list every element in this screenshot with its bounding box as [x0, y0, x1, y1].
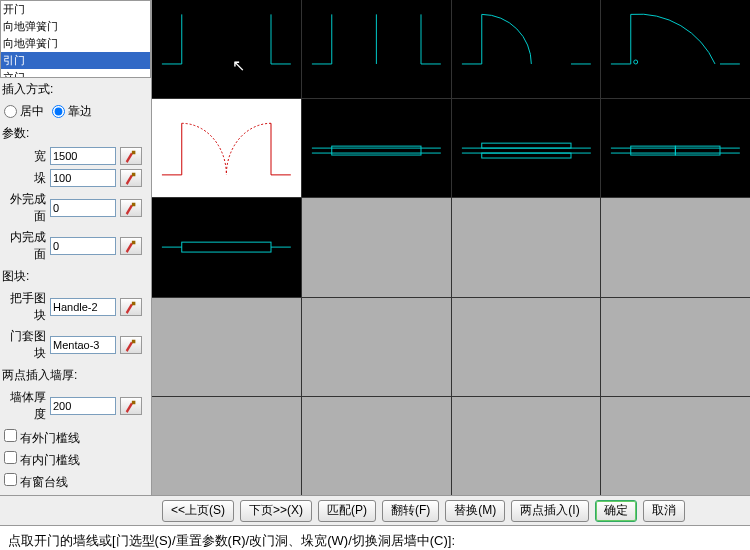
picker-button[interactable]: [120, 237, 142, 255]
mentao-block-input[interactable]: [50, 336, 116, 354]
svg-rect-1: [132, 173, 136, 177]
thumbnail-cell[interactable]: [302, 0, 451, 98]
svg-rect-5: [132, 340, 136, 344]
radio-center[interactable]: 居中: [4, 103, 44, 120]
check-inner-sill[interactable]: 有内门槛线: [4, 449, 147, 471]
check-outer-sill[interactable]: 有外门槛线: [4, 427, 147, 449]
picker-button[interactable]: [120, 147, 142, 165]
checkbox-group: 有外门槛线 有内门槛线 有窗台线: [0, 425, 151, 495]
thumbnail-cell[interactable]: [601, 99, 750, 197]
thumbnail-cell-empty[interactable]: [452, 298, 601, 396]
svg-rect-0: [132, 151, 136, 155]
replace-button[interactable]: 替换(M): [445, 500, 505, 522]
tree-item-selected[interactable]: 引门: [1, 52, 150, 69]
thumbnail-cell-empty[interactable]: [452, 397, 601, 495]
mentao-block-label: 门套图块: [4, 328, 46, 362]
svg-rect-36: [631, 146, 676, 155]
svg-rect-32: [481, 143, 570, 148]
svg-rect-29: [332, 146, 421, 155]
wall-insert-label: 两点插入墙厚:: [0, 364, 151, 387]
thumbnail-cell[interactable]: [601, 0, 750, 98]
two-point-insert-button[interactable]: 两点插入(I): [511, 500, 588, 522]
svg-rect-37: [676, 146, 721, 155]
handle-block-label: 把手图块: [4, 290, 46, 324]
params-label: 参数:: [0, 122, 151, 145]
duo-input[interactable]: [50, 169, 116, 187]
finish-in-label: 内完成面: [4, 229, 46, 263]
thumbnail-cell-empty[interactable]: [601, 198, 750, 296]
picker-button[interactable]: [120, 169, 142, 187]
blocks-label: 图块:: [0, 265, 151, 288]
command-area: 点取开门的墙线或[门选型(S)/重置参数(R)/改门洞、垛宽(W)/切换洞居墙中…: [0, 525, 750, 550]
door-type-tree[interactable]: 开门 向地弹簧门 向地弹簧门 引门 立门 推门 套门洞: [0, 0, 151, 78]
tree-item[interactable]: 向地弹簧门: [1, 18, 150, 35]
wall-thickness-label: 墙体厚度: [4, 389, 46, 423]
finish-in-input[interactable]: [50, 237, 116, 255]
command-prompt: 点取开门的墙线或[门选型(S)/重置参数(R)/改门洞、垛宽(W)/切换洞居墙中…: [8, 530, 742, 550]
cancel-button[interactable]: 取消: [643, 500, 685, 522]
svg-rect-2: [132, 203, 136, 207]
thumbnail-cell-empty[interactable]: [152, 397, 301, 495]
properties-panel: 开门 向地弹簧门 向地弹簧门 引门 立门 推门 套门洞 插入方式: 居中 靠边 …: [0, 0, 152, 495]
thumbnail-cell[interactable]: ↖: [152, 0, 301, 98]
thumbnail-cell[interactable]: [452, 99, 601, 197]
thumbnail-cell-empty[interactable]: [152, 298, 301, 396]
tree-item[interactable]: 立门: [1, 69, 150, 78]
svg-rect-40: [182, 243, 271, 253]
svg-rect-4: [132, 302, 136, 306]
thumbnail-cell[interactable]: [452, 0, 601, 98]
insert-mode-radios: 居中 靠边: [0, 101, 151, 122]
picker-button[interactable]: [120, 336, 142, 354]
thumbnail-cell[interactable]: [152, 198, 301, 296]
finish-out-label: 外完成面: [4, 191, 46, 225]
thumbnail-cell-empty[interactable]: [601, 397, 750, 495]
thumbnail-cell-selected[interactable]: [152, 99, 301, 197]
thumbnail-cell-empty[interactable]: [302, 198, 451, 296]
prev-page-button[interactable]: <<上页(S): [162, 500, 234, 522]
width-input[interactable]: [50, 147, 116, 165]
tree-item[interactable]: 向地弹簧门: [1, 35, 150, 52]
picker-button[interactable]: [120, 298, 142, 316]
insert-mode-label: 插入方式:: [0, 78, 151, 101]
duo-label: 垛: [4, 170, 46, 187]
handle-block-input[interactable]: [50, 298, 116, 316]
thumbnail-cell-empty[interactable]: [302, 397, 451, 495]
svg-point-22: [634, 60, 638, 64]
finish-out-input[interactable]: [50, 199, 116, 217]
flip-button[interactable]: 翻转(F): [382, 500, 439, 522]
width-label: 宽: [4, 148, 46, 165]
preview-panel: ↖: [152, 0, 750, 495]
radio-edge[interactable]: 靠边: [52, 103, 92, 120]
picker-button[interactable]: [120, 199, 142, 217]
thumbnail-cell-empty[interactable]: [452, 198, 601, 296]
wall-thickness-input[interactable]: [50, 397, 116, 415]
picker-button[interactable]: [120, 397, 142, 415]
tree-item[interactable]: 开门: [1, 1, 150, 18]
ok-button[interactable]: 确定: [595, 500, 637, 522]
thumbnail-cell-empty[interactable]: [302, 298, 451, 396]
check-window-sill[interactable]: 有窗台线: [4, 471, 147, 493]
thumbnail-cell-empty[interactable]: [601, 298, 750, 396]
next-page-button[interactable]: 下页>>(X): [240, 500, 312, 522]
door-thumbnail-grid: ↖: [152, 0, 750, 495]
thumbnail-cell[interactable]: [302, 99, 451, 197]
svg-rect-33: [481, 153, 570, 158]
svg-rect-3: [132, 241, 136, 245]
svg-rect-6: [132, 401, 136, 405]
match-button[interactable]: 匹配(P): [318, 500, 376, 522]
button-bar: <<上页(S) 下页>>(X) 匹配(P) 翻转(F) 替换(M) 两点插入(I…: [0, 495, 750, 525]
